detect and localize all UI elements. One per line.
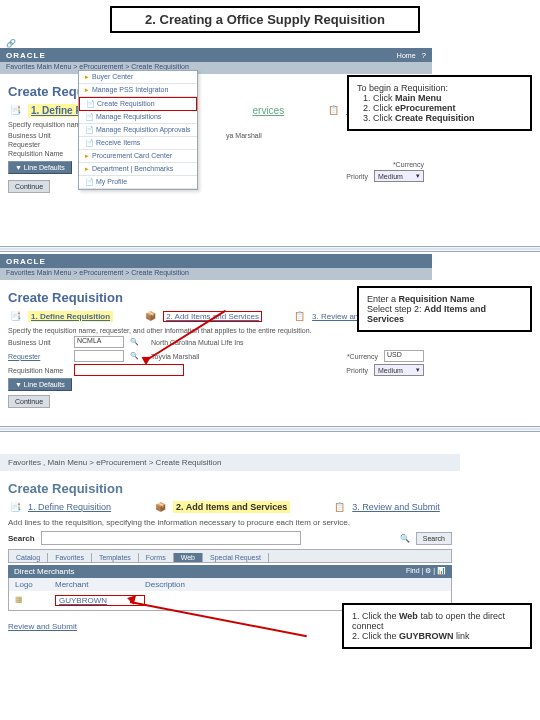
requester-display: ya Marshall (226, 132, 424, 139)
callout-1: To begin a Requisition: Click Main Menu … (347, 75, 532, 131)
wizard-steps-3: 📑 1. Define Requisition 📦 2. Add Items a… (8, 500, 452, 514)
oracle-header-bar-2: ORACLE (0, 254, 432, 268)
breadcrumb-text-2: Favorites Main Menu > eProcurement > Cre… (6, 269, 189, 276)
oracle-logo-2: ORACLE (6, 257, 46, 266)
continue-button-2[interactable]: Continue (8, 395, 50, 408)
callout-2: Enter a Requisition Name Select step 2: … (357, 286, 532, 332)
currency-label: *Currency (393, 161, 424, 168)
direct-merchants-bar: Direct Merchants Find | ⚙ | 📊 (8, 565, 452, 578)
oracle-logo: ORACLE (6, 51, 46, 60)
reqname-input[interactable] (74, 364, 184, 376)
page-title: 2. Creating a Office Supply Requisition (145, 12, 385, 27)
callout-3: 1. Click the Web tab to open the direct … (342, 603, 532, 649)
priority-label-2: Priority (346, 367, 368, 374)
step2-placeholder: ervices (252, 105, 284, 116)
breadcrumb-text-3: Favorites , Main Menu > eProcurement > C… (8, 458, 221, 467)
callout1-lead: To begin a Requisition: (357, 83, 522, 93)
lookup-icon-2[interactable]: 🔍 (130, 352, 139, 360)
bu-label: Business Unit (8, 132, 68, 139)
section-2: ORACLE Favorites Main Menu > eProcuremen… (0, 254, 432, 414)
callout3-l2: 2. Click the GUYBROWN link (352, 631, 522, 641)
menu-item-receive[interactable]: 📄 Receive Items (79, 137, 197, 150)
currency-label-2: *Currency (347, 353, 378, 360)
step3-icon: 📋 (326, 103, 340, 117)
menu-item-manage-pss[interactable]: ▸Manage PSS Intelgraton (79, 84, 197, 97)
section-1: 🔗 ORACLE Home ? Favorites Main Menu > eP… (0, 39, 432, 234)
step2-link-3[interactable]: 2. Add Items and Services (173, 501, 290, 513)
step2-icon-3: 📦 (153, 500, 167, 514)
divider-2 (0, 426, 540, 432)
right-form: ya Marshall *Currency Priority Medium ▾ (208, 130, 424, 193)
home-link[interactable]: Home (397, 52, 416, 59)
find-link[interactable]: Find | ⚙ | 📊 (406, 567, 446, 576)
line-defaults-button-2[interactable]: ▼ Line Defaults (8, 378, 72, 391)
continue-button[interactable]: Continue (8, 180, 50, 193)
step3-icon-2: 📋 (292, 309, 306, 323)
breadcrumb: Favorites Main Menu > eProcurement > Cre… (0, 62, 432, 74)
th-logo: Logo (15, 580, 55, 589)
tab-special-request[interactable]: Special Request (203, 553, 269, 562)
tab-catalog[interactable]: Catalog (9, 553, 48, 562)
search-input[interactable] (41, 531, 301, 545)
priority-label: Priority (346, 173, 368, 180)
direct-merchants-label: Direct Merchants (14, 567, 74, 576)
menu-item-procurement-card[interactable]: ▸Procurement Card Center (79, 150, 197, 163)
create-req-header-3: Create Requisition (8, 481, 452, 496)
breadcrumb-2: Favorites Main Menu > eProcurement > Cre… (0, 268, 432, 280)
callout2-l1: Enter a Requisition Name (367, 294, 522, 304)
tab-templates[interactable]: Templates (92, 553, 139, 562)
lookup-icon[interactable]: 🔍 (130, 338, 139, 346)
merchant-logo-icon: ▦ (15, 595, 55, 606)
menu-item-manage-req[interactable]: 📄 Manage Requisitions (79, 111, 197, 124)
help-icon[interactable]: ? (422, 51, 426, 60)
tab-forms[interactable]: Forms (139, 553, 174, 562)
step1-link-3[interactable]: 1. Define Requisition (28, 502, 111, 512)
step1-link-2[interactable]: 1. Define Requisition (28, 311, 113, 322)
priority-select[interactable]: Medium ▾ (374, 170, 424, 182)
step2-icon-2: 📦 (143, 309, 157, 323)
priority-select-2[interactable]: Medium▾ (374, 364, 424, 376)
review-submit-link[interactable]: Review and Submit (8, 622, 77, 631)
callout2-l2: Select step 2: Add Items and Services (367, 304, 522, 324)
line-defaults-button[interactable]: ▼ Line Defaults (8, 161, 72, 174)
step1-icon-2: 📑 (8, 309, 22, 323)
callout1-l2: Click eProcurement (373, 103, 522, 113)
tab-web[interactable]: Web (174, 553, 203, 562)
reqname-label-2: Requisition Name (8, 367, 68, 374)
tab-favorites[interactable]: Favorites (48, 553, 92, 562)
requester-label-2[interactable]: Requester (8, 353, 68, 360)
currency-input[interactable]: USD (384, 350, 424, 362)
page-title-box: 2. Creating a Office Supply Requisition (110, 6, 420, 33)
bu-text: North Carolina Mutual Life Ins (151, 339, 244, 346)
bu-label-2: Business Unit (8, 339, 68, 346)
menu-item-buyer-center[interactable]: ▸Buyer Center (79, 71, 197, 84)
menu-item-dept-bench[interactable]: ▸Department | Benchmarks (79, 163, 197, 176)
main-menu-dropdown: ▸Buyer Center ▸Manage PSS Intelgraton 📄 … (78, 70, 198, 190)
reqname-label: Requisition Name (8, 150, 68, 157)
th-merchant: Merchant (55, 580, 145, 589)
requester-input[interactable] (74, 350, 124, 362)
step3-icon-3: 📋 (332, 500, 346, 514)
callout3-l1: 1. Click the Web tab to open the direct … (352, 611, 522, 631)
breadcrumb-3: Favorites , Main Menu > eProcurement > C… (0, 454, 460, 471)
spec-text-3: Add lines to the requisition, specifying… (8, 518, 452, 527)
step1-icon-3: 📑 (8, 500, 22, 514)
th-desc: Description (145, 580, 185, 589)
menu-item-create-requisition[interactable]: 📄 Create Requisition (79, 97, 197, 111)
callout1-l1: Click Main Menu (373, 93, 522, 103)
oracle-header-bar: ORACLE Home ? (0, 48, 432, 62)
divider-1 (0, 246, 540, 252)
menu-item-my-profile[interactable]: 📄 My Profile (79, 176, 197, 189)
step3-link-3[interactable]: 3. Review and Submit (352, 502, 440, 512)
tab-row: Catalog Favorites Templates Forms Web Sp… (8, 549, 452, 563)
breadcrumb-text: Favorites Main Menu > eProcurement > Cre… (6, 63, 189, 70)
search-button[interactable]: Search (416, 532, 452, 545)
requester-label: Requester (8, 141, 68, 148)
table-header: Logo Merchant Description (8, 578, 452, 591)
menu-item-manage-approvals[interactable]: 📄 Manage Requisition Approvals (79, 124, 197, 137)
bu-input[interactable]: NCMLA (74, 336, 124, 348)
section-3: Favorites , Main Menu > eProcurement > C… (0, 454, 460, 641)
search-label: Search (8, 534, 35, 543)
callout1-l3: Click Create Requisition (373, 113, 522, 123)
step1-icon: 📑 (8, 103, 22, 117)
